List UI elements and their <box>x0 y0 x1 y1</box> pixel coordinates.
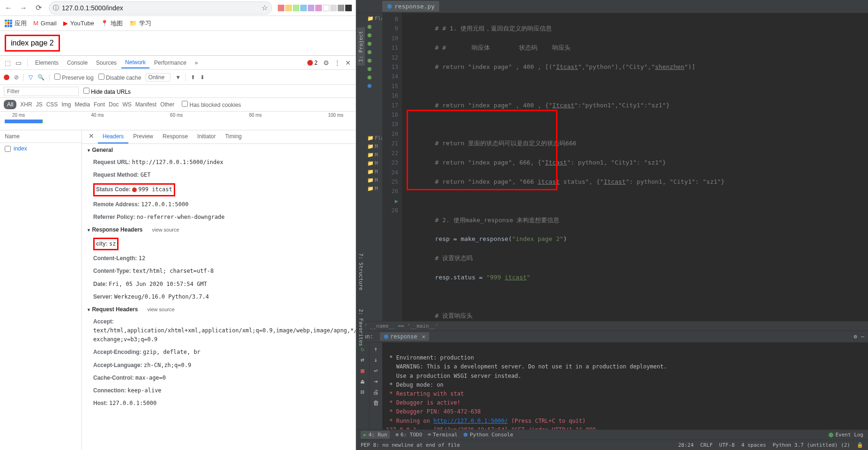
disable-cache-checkbox[interactable]: Disable cache <box>98 74 141 81</box>
tab-console[interactable]: Console <box>63 58 91 68</box>
server-url-link[interactable]: http://127.0.0.1:5000/ <box>433 418 508 424</box>
gmail-bookmark[interactable]: MGmail <box>33 20 57 27</box>
blocked-cookies-checkbox[interactable]: Has blocked cookies <box>182 101 241 108</box>
print-icon[interactable]: 🖨 <box>373 389 379 396</box>
layout-button[interactable]: ⊟ <box>361 389 364 396</box>
type-xhr[interactable]: XHR <box>20 101 32 108</box>
download-icon[interactable]: ⬇ <box>200 74 205 81</box>
filter-input[interactable] <box>4 87 79 96</box>
up-arrow-icon[interactable]: ↑ <box>374 345 378 352</box>
tab-elements[interactable]: Elements <box>31 58 62 68</box>
python-interpreter[interactable]: Python 3.7 (untitled) (2) <box>772 442 850 448</box>
error-badge[interactable]: 2 <box>307 60 318 66</box>
hide-urls-checkbox[interactable]: Hide data URLs <box>83 88 131 95</box>
trash-icon[interactable]: 🗑 <box>373 399 379 406</box>
cursor-position[interactable]: 28:24 <box>678 442 694 448</box>
city-header-row: city: sz <box>82 236 356 252</box>
inspect-element-icon[interactable]: ⬚ <box>3 59 13 67</box>
indent-setting[interactable]: 4 spaces <box>741 442 766 448</box>
forward-button[interactable]: → <box>19 3 28 13</box>
todo-tool-tab[interactable]: ≡6: TODO <box>395 432 422 438</box>
soft-wrap-icon[interactable]: ↩ <box>374 367 378 374</box>
scroll-end-icon[interactable]: ⇥ <box>374 378 378 385</box>
map-bookmark[interactable]: 📍地图 <box>101 19 123 28</box>
network-timeline[interactable]: 20 ms40 ms60 ms80 ms100 ms <box>0 112 356 130</box>
exit-button[interactable]: ⏏ <box>361 378 364 385</box>
reload-button[interactable]: ⟳ <box>34 3 43 13</box>
python-icon: ⬢ <box>367 24 372 30</box>
python-console-tool-tab[interactable]: ⬢Python Console <box>463 432 513 438</box>
code-content[interactable]: # # 1. 使用元组，返回自定义的响应信息 # # 响应体 状态码 响应头 #… <box>402 13 868 321</box>
editor[interactable]: 891011121314151617181920212223242526▶28 … <box>382 13 868 321</box>
response-tab[interactable]: Response <box>158 130 193 143</box>
url-bar[interactable]: ⓘ 127.0.0.1:5000/index ☆ <box>49 1 272 15</box>
type-doc[interactable]: Doc <box>109 101 119 108</box>
upload-icon[interactable]: ⬆ <box>191 74 195 81</box>
type-manifest[interactable]: Manifest <box>135 101 156 108</box>
view-source-link[interactable]: view source <box>152 227 179 232</box>
request-checkbox[interactable] <box>5 146 11 152</box>
type-media[interactable]: Media <box>74 101 90 108</box>
more-icon[interactable]: ⋮ <box>332 59 342 67</box>
name-column-header[interactable]: Name <box>0 130 82 143</box>
lock-icon[interactable]: 🔒 <box>857 442 863 448</box>
type-css[interactable]: CSS <box>46 101 58 108</box>
run-tool-tab[interactable]: ▶4: Run <box>361 431 390 439</box>
type-font[interactable]: Font <box>94 101 105 108</box>
run-config-tab[interactable]: ⬢response✕ <box>380 332 429 341</box>
attach-button[interactable]: ⇄ <box>361 356 364 363</box>
device-toggle-icon[interactable]: ▭ <box>14 59 23 67</box>
preview-tab[interactable]: Preview <box>128 130 158 143</box>
event-log-tab[interactable]: Event Log <box>829 432 863 438</box>
throttle-dropdown-icon[interactable]: ▼ <box>175 74 181 81</box>
throttle-select[interactable]: Online <box>146 73 171 82</box>
file-encoding[interactable]: UTF-8 <box>719 442 734 448</box>
initiator-tab[interactable]: Initiator <box>193 130 220 143</box>
type-other[interactable]: Other <box>160 101 174 108</box>
minimize-icon[interactable]: — <box>861 333 864 340</box>
type-js[interactable]: JS <box>36 101 43 108</box>
response-headers-section[interactable]: Response Headersview source <box>82 224 356 236</box>
clear-icon[interactable]: ⊘ <box>14 74 19 81</box>
pep8-warning[interactable]: PEP 8: no newline at end of file <box>361 442 460 448</box>
filter-icon[interactable]: ▽ <box>29 74 33 81</box>
terminal-tool-tab[interactable]: ⌨Terminal <box>428 432 458 438</box>
request-row[interactable]: index <box>0 143 82 154</box>
study-bookmark[interactable]: 📁学习 <box>129 19 151 28</box>
request-headers-section[interactable]: Request Headersview source <box>82 303 356 315</box>
close-detail-icon[interactable]: ✕ <box>85 130 98 143</box>
tab-performance[interactable]: Performance <box>150 58 190 68</box>
preserve-log-checkbox[interactable]: Preserve log <box>54 74 94 81</box>
tab-network[interactable]: Network <box>121 57 149 68</box>
general-section[interactable]: General <box>82 144 356 156</box>
back-button[interactable]: ← <box>4 3 13 13</box>
line-separator[interactable]: CRLF <box>700 442 713 448</box>
project-tree[interactable]: 📁Fla ⬢ ⬢ ⬢ ⬢ ⬢ ⬢ ⬢ ⬢ 📁Fla 📁M 📁M 📁M 📁M 📁M… <box>365 13 382 321</box>
rerun-button[interactable]: ↻ <box>361 345 364 352</box>
type-ws[interactable]: WS <box>122 101 131 108</box>
headers-tab[interactable]: Headers <box>98 130 128 143</box>
structure-tool-tab[interactable]: 7: Structure <box>358 253 364 290</box>
settings-icon[interactable]: ⚙ <box>854 333 857 340</box>
record-button[interactable] <box>4 75 9 80</box>
search-icon[interactable]: 🔍 <box>37 74 45 81</box>
type-all[interactable]: All <box>4 100 16 109</box>
tab-sources[interactable]: Sources <box>92 58 120 68</box>
stop-button[interactable]: ■ <box>361 367 364 374</box>
close-icon[interactable]: ✕ <box>422 333 425 340</box>
project-tool-tab[interactable]: 1: Project <box>357 27 365 66</box>
apps-button[interactable]: 应用 <box>5 19 27 28</box>
bookmark-star-icon[interactable]: ☆ <box>261 3 268 12</box>
file-tab-response[interactable]: ⬢response.py <box>382 1 440 12</box>
close-devtools-icon[interactable]: ✕ <box>343 59 353 67</box>
breadcrumb[interactable]: if __name__ == '__main__' <box>356 321 868 331</box>
favorites-tool-tab[interactable]: 2: Favorites <box>358 309 364 346</box>
youtube-bookmark[interactable]: ▶YouTube <box>63 20 94 27</box>
tab-more[interactable]: » <box>191 58 202 68</box>
type-img[interactable]: Img <box>61 101 71 108</box>
view-source-link[interactable]: view source <box>147 307 174 312</box>
timing-tab[interactable]: Timing <box>220 130 246 143</box>
folder-icon: 📁 <box>367 177 374 183</box>
down-arrow-icon[interactable]: ↓ <box>374 356 378 363</box>
settings-icon[interactable]: ⚙ <box>321 59 331 67</box>
